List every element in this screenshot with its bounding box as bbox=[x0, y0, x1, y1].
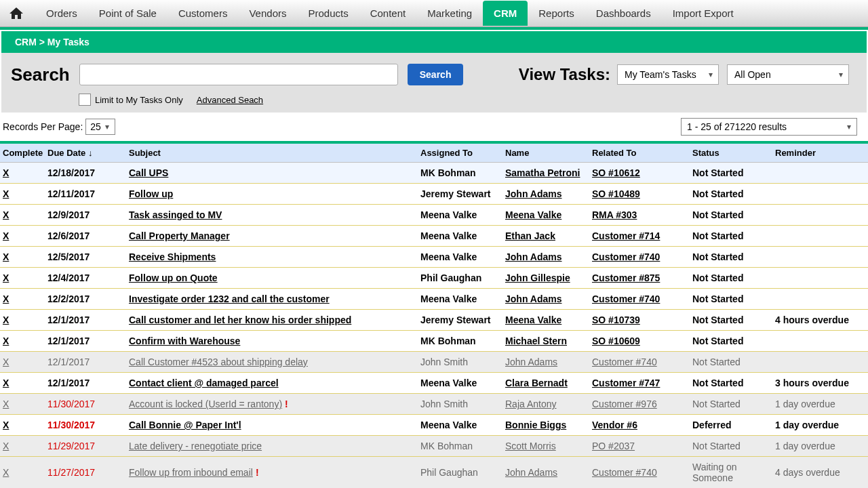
col-due-date[interactable]: Due Date bbox=[47, 148, 129, 158]
complete-link[interactable]: X bbox=[3, 336, 9, 346]
name-link[interactable]: John Adams bbox=[505, 467, 557, 478]
related-link[interactable]: Customer #747 bbox=[592, 378, 660, 388]
search-input[interactable] bbox=[79, 64, 398, 85]
col-name[interactable]: Name bbox=[505, 148, 592, 158]
related-link[interactable]: Customer #714 bbox=[592, 230, 660, 241]
nav-item-point-of-sale[interactable]: Point of Sale bbox=[88, 1, 167, 26]
assigned-to: MK Bohman bbox=[420, 336, 505, 346]
subject-link[interactable]: Follow up from inbound email bbox=[129, 467, 253, 478]
related-link[interactable]: Customer #976 bbox=[592, 399, 657, 409]
name-link[interactable]: John Adams bbox=[505, 251, 562, 262]
complete-link[interactable]: X bbox=[3, 167, 9, 178]
name-link[interactable]: John Adams bbox=[505, 188, 562, 199]
complete-link[interactable]: X bbox=[3, 420, 9, 430]
complete-link[interactable]: X bbox=[3, 399, 9, 409]
name-link[interactable]: Michael Stern bbox=[505, 336, 567, 346]
complete-link[interactable]: X bbox=[3, 441, 9, 451]
related-link[interactable]: Customer #740 bbox=[592, 293, 660, 304]
nav-item-reports[interactable]: Reports bbox=[528, 1, 585, 26]
name-link[interactable]: Meena Valke bbox=[505, 314, 561, 325]
name-link[interactable]: Meena Valke bbox=[505, 209, 561, 220]
subject-link[interactable]: Account is locked (UserId = rantony) bbox=[129, 399, 282, 409]
related-link[interactable]: SO #10489 bbox=[592, 188, 640, 199]
subject-link[interactable]: Confirm with Warehouse bbox=[129, 336, 240, 346]
view-tasks-filter-select[interactable]: All Open bbox=[727, 64, 849, 85]
related-link[interactable]: Customer #740 bbox=[592, 251, 660, 262]
complete-link[interactable]: X bbox=[3, 272, 9, 283]
subject-link[interactable]: Task assinged to MV bbox=[129, 209, 222, 220]
search-button[interactable]: Search bbox=[408, 64, 464, 85]
table-row: X12/5/2017Receive ShipmentsMeena ValkeJo… bbox=[0, 247, 868, 268]
subject-link[interactable]: Follow up on Quote bbox=[129, 272, 218, 283]
subject-link[interactable]: Receive Shipments bbox=[129, 251, 216, 262]
reminder: 4 hours overdue bbox=[775, 314, 865, 325]
home-icon[interactable] bbox=[8, 5, 24, 22]
subject-link[interactable]: Call UPS bbox=[129, 167, 168, 178]
results-range-select[interactable]: 1 - 25 of 271220 results bbox=[681, 118, 857, 136]
name-link[interactable]: Samatha Petroni bbox=[505, 167, 580, 178]
status: Not Started bbox=[692, 188, 775, 199]
nav-item-products[interactable]: Products bbox=[297, 1, 359, 26]
col-status[interactable]: Status bbox=[692, 148, 775, 158]
complete-link[interactable]: X bbox=[3, 230, 9, 241]
complete-link[interactable]: X bbox=[3, 209, 9, 220]
complete-link[interactable]: X bbox=[3, 251, 9, 262]
complete-link[interactable]: X bbox=[3, 293, 9, 304]
subject-link[interactable]: Call Property Manager bbox=[129, 230, 230, 241]
related-link[interactable]: Customer #740 bbox=[592, 467, 657, 478]
name-link[interactable]: John Adams bbox=[505, 293, 562, 304]
name-link[interactable]: Clara Bernadt bbox=[505, 378, 568, 388]
due-date: 12/11/2017 bbox=[47, 188, 129, 199]
status: Not Started bbox=[692, 314, 775, 325]
name-link[interactable]: Bonnie Biggs bbox=[505, 420, 566, 430]
name-link[interactable]: Ethan Jack bbox=[505, 230, 555, 241]
related-link[interactable]: Vendor #6 bbox=[592, 420, 637, 430]
complete-link[interactable]: X bbox=[3, 314, 9, 325]
nav-item-orders[interactable]: Orders bbox=[35, 1, 88, 26]
name-link[interactable]: Raja Antony bbox=[505, 399, 557, 409]
table-row: X11/29/2017Late delivery - renegotiate p… bbox=[0, 436, 868, 457]
nav-item-content[interactable]: Content bbox=[359, 1, 417, 26]
nav-item-marketing[interactable]: Marketing bbox=[416, 1, 483, 26]
records-per-page-select[interactable]: 25 bbox=[85, 119, 115, 135]
col-complete[interactable]: Complete bbox=[3, 148, 47, 158]
nav-item-import-export[interactable]: Import Export bbox=[662, 1, 745, 26]
related-link[interactable]: SO #10609 bbox=[592, 336, 640, 346]
nav-item-customers[interactable]: Customers bbox=[167, 1, 239, 26]
related-link[interactable]: SO #10612 bbox=[592, 167, 640, 178]
name-link[interactable]: John Adams bbox=[505, 357, 557, 367]
subject-link[interactable]: Call Customer #4523 about shipping delay bbox=[129, 357, 308, 367]
col-subject[interactable]: Subject bbox=[129, 148, 420, 158]
assigned-to: Jeremy Stewart bbox=[420, 188, 505, 199]
nav-item-vendors[interactable]: Vendors bbox=[238, 1, 297, 26]
col-reminder[interactable]: Reminder bbox=[775, 148, 865, 158]
subject-link[interactable]: Investigate order 1232 and call the cust… bbox=[129, 293, 330, 304]
complete-link[interactable]: X bbox=[3, 467, 9, 478]
subject-link[interactable]: Contact client @ damaged parcel bbox=[129, 378, 279, 388]
related-link[interactable]: RMA #303 bbox=[592, 209, 637, 220]
due-date: 11/30/2017 bbox=[47, 399, 129, 409]
status: Not Started bbox=[692, 378, 775, 388]
col-assigned-to[interactable]: Assigned To bbox=[420, 148, 505, 158]
nav-item-dashboards[interactable]: Dashboards bbox=[585, 1, 662, 26]
limit-my-tasks-checkbox[interactable] bbox=[79, 94, 91, 106]
related-link[interactable]: Customer #740 bbox=[592, 357, 657, 367]
col-related-to[interactable]: Related To bbox=[592, 148, 692, 158]
status: Not Started bbox=[692, 272, 775, 283]
subject-link[interactable]: Follow up bbox=[129, 188, 173, 199]
complete-link[interactable]: X bbox=[3, 378, 9, 388]
related-link[interactable]: Customer #875 bbox=[592, 272, 660, 283]
complete-link[interactable]: X bbox=[3, 188, 9, 199]
view-tasks-scope-select[interactable]: My Team's Tasks bbox=[617, 64, 719, 85]
related-link[interactable]: SO #10739 bbox=[592, 314, 640, 325]
nav-item-crm[interactable]: CRM bbox=[483, 1, 528, 26]
complete-link[interactable]: X bbox=[3, 357, 9, 367]
name-link[interactable]: John Gillespie bbox=[505, 272, 570, 283]
related-link[interactable]: PO #2037 bbox=[592, 441, 635, 451]
subject-link[interactable]: Late delivery - renegotiate price bbox=[129, 441, 262, 451]
name-link[interactable]: Scott Morris bbox=[505, 441, 556, 451]
assigned-to: Meena Valke bbox=[420, 420, 505, 430]
subject-link[interactable]: Call Bonnie @ Paper Int'l bbox=[129, 420, 241, 430]
advanced-search-link[interactable]: Advanced Seach bbox=[197, 95, 263, 105]
subject-link[interactable]: Call customer and let her know his order… bbox=[129, 314, 351, 325]
